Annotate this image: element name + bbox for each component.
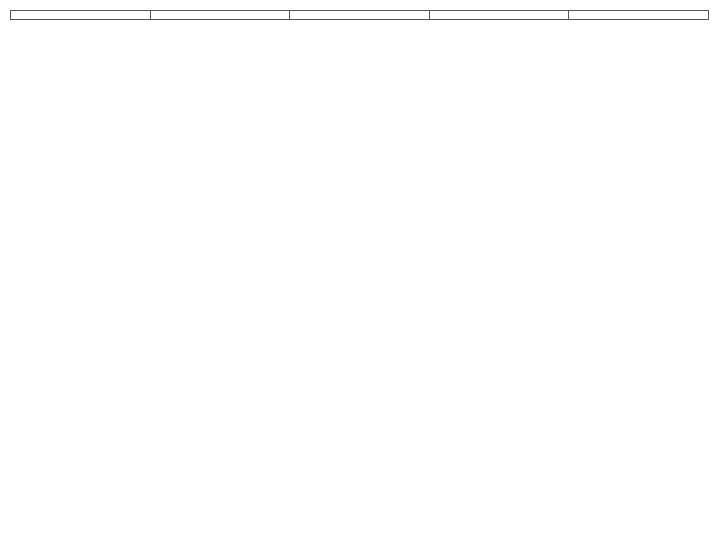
header-lone-pairs: [150, 11, 290, 20]
molecular-geometry-table: [10, 10, 709, 20]
header-bonded-atoms: [11, 11, 151, 20]
header-molecular-geometry: [429, 11, 569, 20]
header-generic-formula: [290, 11, 430, 20]
header-electron-geometry: [569, 11, 709, 20]
